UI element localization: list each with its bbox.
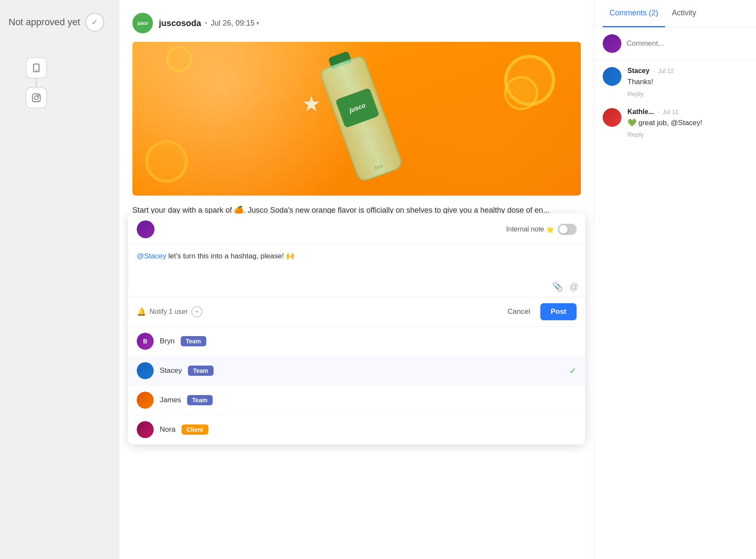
tab-comments[interactable]: Comments (2) [603, 0, 665, 27]
bottle-label: jusco [335, 88, 380, 128]
post-button[interactable]: Post [540, 303, 577, 320]
post-username: juscosoda [159, 18, 201, 28]
kathle-comment-avatar [603, 108, 621, 127]
reply-button[interactable]: Reply [627, 90, 644, 97]
status-text: Not approved yet [9, 17, 80, 28]
right-panel: Comments (2) Activity Stacey · Jul 12 Th [594, 0, 756, 559]
toggle-knob [559, 225, 568, 234]
comment-input[interactable] [627, 39, 747, 48]
main-content: jusco juscosoda • Jul 26, 09:15 ▾ j [120, 0, 594, 559]
star-icon: ⭐ [546, 225, 554, 234]
notify-label: Notify 1 user [149, 308, 188, 316]
stacey-name: Stacey [160, 366, 182, 375]
comment-author-line: Stacey · Jul 12 [627, 67, 674, 75]
composer-avatar [137, 220, 155, 238]
commenter-avatar-img [603, 34, 621, 53]
orange-slice-3 [145, 140, 188, 183]
nora-name: Nora [160, 425, 176, 434]
stacey-selected-icon: ✓ [569, 366, 577, 376]
post-caption-highlight: Jusco Soda's new orange flavor is offici… [248, 206, 550, 214]
user-list: B Bryn Team Stacey Team ✓ James T [128, 326, 585, 445]
comment-content: Thanks! [627, 76, 674, 88]
bryn-avatar-img: B [137, 333, 154, 350]
comment-author: Kathle... [627, 108, 654, 116]
comment-author: Stacey [627, 67, 650, 75]
nora-avatar-img [137, 421, 154, 438]
stacey-comment-avatar [603, 67, 621, 86]
internal-note-area: Internal note ⭐ [506, 224, 577, 235]
instagram-icon[interactable] [26, 87, 47, 108]
starburst [303, 96, 320, 113]
bottle-tagline: free [374, 163, 384, 171]
stacey-badge: Team [188, 366, 214, 376]
post-image: jusco free [132, 42, 581, 196]
post-meta: juscosoda • Jul 26, 09:15 ▾ [159, 18, 259, 28]
bottle-body: jusco free [319, 55, 404, 183]
orange-slice-4 [167, 46, 192, 72]
list-item[interactable]: James Team [128, 386, 585, 415]
comment-date-value: Jul 12 [658, 67, 674, 74]
cancel-button[interactable]: Cancel [502, 304, 535, 319]
internal-note-label: Internal note ⭐ [506, 225, 554, 234]
mention-icon[interactable]: @ [570, 282, 578, 292]
comment-popup: Internal note ⭐ @Stacey let's turn this … [128, 214, 585, 445]
comment-date: · [657, 108, 659, 115]
post-image-inner: jusco free [132, 42, 581, 196]
comment-item: Stacey · Jul 12 Thanks! Reply [603, 67, 747, 98]
svg-point-4 [38, 95, 39, 96]
comment-date: · [653, 67, 655, 74]
svg-point-3 [34, 96, 38, 100]
reply-button[interactable]: Reply [627, 131, 644, 138]
commenter-avatar [603, 34, 621, 53]
james-name: James [160, 396, 181, 404]
stacey-avatar [137, 362, 154, 379]
comment-popup-header: Internal note ⭐ [128, 214, 585, 244]
list-item[interactable]: B Bryn Team [128, 327, 585, 356]
brand-avatar: jusco [132, 13, 153, 33]
comments-list: Stacey · Jul 12 Thanks! Reply Kathle... … [594, 60, 756, 559]
nora-badge: Client [182, 424, 208, 435]
post-time: Jul 26, 09:15 ▾ [211, 19, 259, 28]
stacey-avatar-img [137, 362, 154, 379]
comment-content: 💚 great job, @Stacey! [627, 117, 702, 129]
bell-icon: 🔔 [137, 307, 146, 316]
mobile-icon[interactable] [26, 57, 47, 79]
mention-text: @Stacey [137, 252, 166, 260]
bryn-name: Bryn [160, 337, 175, 345]
comment-item: Kathle... · Jul 11 💚 great job, @Stacey!… [603, 108, 747, 139]
comment-toolbar: 📎 @ [128, 278, 585, 297]
device-icons [26, 57, 47, 108]
notify-area: 🔔 Notify 1 user + [137, 306, 202, 317]
brand-initial: jusco [138, 20, 148, 26]
nora-avatar [137, 421, 154, 438]
comment-author-line: Kathle... · Jul 11 [627, 108, 702, 116]
orange-slice-2 [504, 76, 538, 110]
chevron-down-icon[interactable]: ▾ [256, 20, 259, 26]
internal-note-toggle[interactable] [558, 224, 577, 235]
composer-avatar-img [137, 220, 155, 238]
james-badge: Team [187, 395, 213, 405]
stacey-comment-body: Stacey · Jul 12 Thanks! Reply [627, 67, 674, 98]
svg-rect-2 [32, 94, 40, 102]
device-connector [36, 79, 37, 87]
list-item[interactable]: Stacey Team ✓ [128, 356, 585, 386]
post-header: jusco juscosoda • Jul 26, 09:15 ▾ [132, 13, 581, 33]
footer-actions: Cancel Post [502, 303, 577, 320]
tabs: Comments (2) Activity [594, 0, 756, 27]
comment-footer: 🔔 Notify 1 user + Cancel Post [128, 297, 585, 326]
add-notify-button[interactable]: + [191, 306, 202, 317]
left-sidebar: Not approved yet ✓ [0, 0, 120, 559]
bryn-badge: Team [181, 336, 206, 346]
approve-button[interactable]: ✓ [85, 13, 104, 32]
comment-text-area[interactable]: @Stacey let's turn this into a hashtag, … [128, 244, 585, 278]
bryn-avatar: B [137, 333, 154, 350]
comment-date-value: Jul 11 [662, 108, 678, 115]
comment-body-text: let's turn this into a hashtag, please! … [168, 252, 295, 260]
tab-activity[interactable]: Activity [665, 0, 703, 27]
james-avatar-img [137, 392, 154, 409]
status-area: Not approved yet ✓ [9, 13, 104, 32]
kathle-comment-body: Kathle... · Jul 11 💚 great job, @Stacey!… [627, 108, 702, 139]
attachment-icon[interactable]: 📎 [552, 281, 563, 292]
list-item[interactable]: Nora Client [128, 415, 585, 445]
james-avatar [137, 392, 154, 409]
